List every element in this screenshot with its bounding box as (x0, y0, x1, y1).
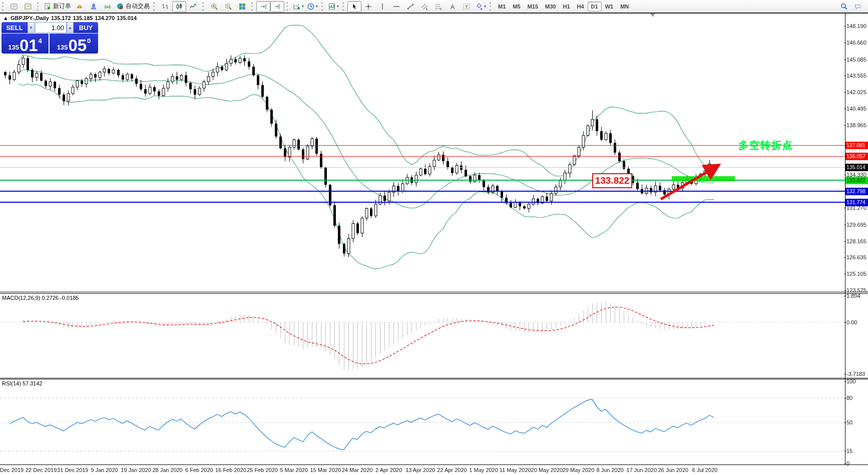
tile-icon (238, 3, 246, 11)
vline-tool-button[interactable] (375, 1, 389, 12)
volume-down-button[interactable]: ▼ (28, 22, 35, 33)
shapes-tool-dropdown-caret[interactable]: ▾ (484, 4, 486, 9)
toolbar: 新订单自动交易▾▾▾EFAT▾M1M5M15M30H1H4D1W1MN (0, 0, 868, 13)
mt4-window: 新订单自动交易▾▾▾EFAT▾M1M5M15M30H1H4D1W1MN ▲GBP… (0, 0, 868, 475)
periods-button[interactable]: ▾ (305, 1, 319, 12)
price-label-box[interactable]: 133.822 (592, 173, 632, 188)
price-badge-131-774: 131.774 (845, 199, 868, 206)
toolbar-grip[interactable] (342, 2, 346, 11)
rsi-axis-tick: 0 (846, 460, 868, 466)
zoom-out-button[interactable] (221, 1, 235, 12)
channel-tool-button[interactable]: E (417, 1, 431, 12)
macd-pane-top-border[interactable] (0, 293, 868, 294)
toolbar-grip[interactable] (153, 2, 157, 11)
data-window-button[interactable] (21, 1, 35, 12)
trendline-tool-button[interactable] (403, 1, 417, 12)
bar-chart-mode-button[interactable] (158, 1, 172, 12)
main-pane-border (0, 292, 868, 292)
line-chart-mode-button[interactable] (186, 1, 200, 12)
timeframe-d1-button[interactable]: D1 (588, 2, 602, 12)
timeframe-h1-button[interactable]: H1 (559, 2, 573, 12)
annotation-text[interactable]: 多空转折点 (738, 139, 793, 152)
fibonacci-tool-button[interactable]: F (431, 1, 446, 12)
buy-button[interactable]: BUY (74, 22, 98, 33)
auto-scroll-button[interactable] (256, 1, 270, 12)
templates-dropdown-caret[interactable]: ▾ (337, 4, 339, 9)
price-axis-tick: 128.165 (846, 238, 868, 244)
templates-button[interactable]: ▾ (326, 1, 340, 12)
shapes-tool-button[interactable]: ▾ (474, 1, 488, 12)
hline-136-057[interactable] (0, 156, 845, 157)
timeframe-w1-button[interactable]: W1 (602, 2, 617, 12)
svg-text:E: E (426, 7, 428, 10)
toolbar-grip[interactable] (2, 2, 6, 11)
timeframe-m5-button[interactable]: M5 (509, 2, 524, 12)
neworder-icon (44, 3, 52, 11)
label-tool-button[interactable]: T (460, 1, 474, 12)
date-axis-label: 2 Dec 2019 (0, 467, 24, 473)
channel-icon: E (420, 3, 428, 11)
volume-input[interactable]: 1.00 (35, 22, 67, 33)
timeframe-m15-button[interactable]: M15 (524, 2, 542, 12)
rsi-axis-tick: 100 (846, 378, 868, 384)
journal-icon (10, 3, 18, 11)
chart-window-button[interactable] (7, 1, 21, 12)
trendline-icon (406, 3, 414, 11)
toolbar-grip[interactable] (251, 2, 255, 11)
rsi-pane-top-border[interactable] (0, 379, 868, 379)
toolbar-grip[interactable] (490, 2, 494, 11)
toolbar-grip[interactable] (37, 2, 41, 11)
toolbar-grip[interactable] (202, 2, 206, 11)
chart-shift-button[interactable] (270, 1, 284, 12)
community-button[interactable] (851, 1, 865, 12)
clock-icon (307, 3, 315, 11)
buy-price-sup: 0 (87, 37, 91, 45)
cursor-tool-button[interactable] (347, 1, 361, 12)
timeframe-h4-button[interactable]: H4 (574, 2, 588, 12)
new-chart-button[interactable]: ▾ (291, 1, 305, 12)
hline-tool-button[interactable] (389, 1, 403, 12)
chart-canvas[interactable] (0, 0, 868, 475)
market-watch-button[interactable] (73, 1, 87, 12)
date-axis-label: 25 Feb 2020 (247, 467, 278, 473)
date-axis-label: 13 Apr 2020 (405, 467, 435, 473)
crosshair-tool-button[interactable] (361, 1, 375, 12)
new-chart-dropdown-caret[interactable]: ▾ (302, 4, 304, 9)
timeframe-m30-button[interactable]: M30 (542, 2, 559, 12)
one-click-trading-panel: SELL ▼ 1.00 ▲ BUY 135 01 4 135 05 0 (2, 22, 98, 52)
date-axis-label: 9 Jan 2020 (91, 467, 118, 473)
timeframe-mn-button[interactable]: MN (617, 2, 632, 12)
textA-icon: A (449, 3, 457, 11)
zoomin-icon (210, 3, 218, 11)
price-badge-133-822: 133.822 (845, 177, 868, 184)
crosshair-icon (364, 3, 372, 11)
sell-price[interactable]: 135 01 4 (2, 34, 49, 54)
shift-icon (273, 3, 281, 11)
chart-shift-marker[interactable] (650, 14, 655, 17)
candle-chart-mode-button[interactable] (172, 1, 186, 12)
date-axis-label: 20 May 2020 (531, 467, 563, 473)
search-button[interactable] (837, 1, 851, 12)
date-axis-label: 6 Jul 2020 (692, 467, 718, 473)
price-badge-136-057: 136.057 (845, 153, 868, 160)
toolbar-grip[interactable] (286, 2, 290, 11)
buy-price[interactable]: 135 05 0 (50, 34, 98, 54)
quote-panel-toggle-icon[interactable]: ▲ (3, 15, 9, 21)
sell-button[interactable]: SELL (2, 22, 28, 33)
price-axis-tick: 140.495 (846, 106, 868, 112)
volume-up-button[interactable]: ▲ (67, 22, 74, 33)
periods-dropdown-caret[interactable]: ▾ (316, 4, 318, 9)
timeframe-m1-button[interactable]: M1 (495, 2, 509, 12)
toolbar-grip[interactable] (321, 2, 325, 11)
price-axis-tick: 148.190 (846, 23, 868, 29)
zoom-in-button[interactable] (207, 1, 221, 12)
autotrading-button[interactable]: 自动交易 (115, 1, 151, 12)
text-tool-button[interactable]: A (446, 1, 460, 12)
signals-button[interactable] (101, 1, 115, 12)
hline-137-081[interactable] (0, 145, 845, 146)
trend-arrow[interactable] (656, 159, 726, 205)
mql-community-button[interactable] (87, 1, 101, 12)
date-axis-label: 16 Feb 2020 (215, 467, 246, 473)
tile-windows-button[interactable] (235, 1, 249, 12)
new-order-button[interactable]: 新订单 (42, 1, 73, 12)
